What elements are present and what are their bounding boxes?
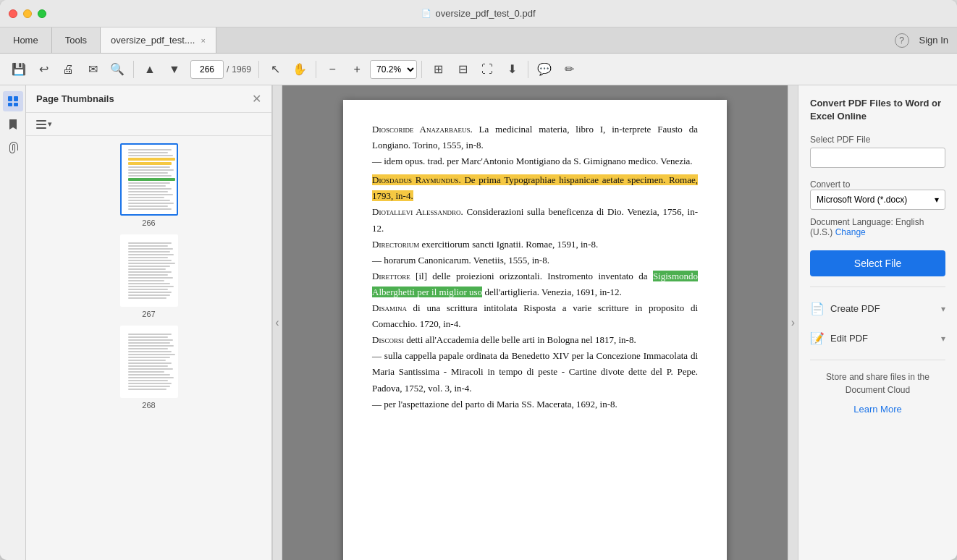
titlebar: 📄 oversize_pdf_test_0.pdf: [0, 0, 957, 27]
tab-home[interactable]: Home: [0, 27, 52, 53]
right-divider-1: [810, 287, 945, 287]
close-button[interactable]: [9, 9, 17, 18]
sidebar-menu-button[interactable]: ▾: [33, 118, 55, 130]
tabbar-right: ? Sign In: [886, 27, 957, 53]
toolbar-separator-4: [421, 61, 422, 78]
doc-language-section: Document Language: English (U.S.) Change: [810, 217, 945, 237]
thumbnail-item-267[interactable]: 267: [120, 234, 178, 318]
window-title: 📄 oversize_pdf_test_0.pdf: [421, 8, 535, 19]
sidebar-title: Page Thumbnails: [36, 93, 114, 104]
thumbnail-num-266: 266: [142, 219, 155, 227]
thumbnail-num-268: 268: [142, 401, 155, 410]
undo-button[interactable]: ↩: [32, 58, 55, 81]
svg-rect-4: [36, 120, 46, 122]
sidebar-collapse-handle[interactable]: ‹: [272, 85, 282, 560]
tab-tools[interactable]: Tools: [52, 27, 101, 53]
page-number-input[interactable]: [190, 60, 224, 79]
hand-tool-button[interactable]: ✋: [288, 58, 311, 81]
zoom-out-button[interactable]: −: [321, 58, 344, 81]
pdf-viewer[interactable]: Dioscoride Anazarbaeus. La medicinal mat…: [282, 85, 788, 560]
thumbnail-item-268[interactable]: 268: [120, 326, 178, 410]
sign-in-button[interactable]: Sign In: [919, 35, 948, 46]
sidebar-header: Page Thumbnails ✕: [26, 85, 271, 113]
convert-to-select[interactable]: Microsoft Word (*.docx) ▾: [810, 190, 945, 210]
fullscreen-button[interactable]: ⛶: [476, 58, 499, 81]
chevron-down-icon: ▾: [935, 195, 939, 205]
cursor-tool-button[interactable]: ↖: [264, 58, 287, 81]
svg-rect-3: [14, 103, 18, 106]
pdf-file-icon: 📄: [421, 9, 431, 18]
thumbnails-icon[interactable]: [3, 91, 23, 111]
thumbnail-frame-266: [120, 143, 178, 216]
tab-file[interactable]: oversize_pdf_test.... ×: [101, 27, 216, 53]
thumbnail-num-267: 267: [142, 310, 155, 318]
download-button[interactable]: ⬇: [500, 58, 523, 81]
zoom-in-button[interactable]: +: [345, 58, 368, 81]
comment-button[interactable]: 💬: [533, 58, 556, 81]
attachments-icon[interactable]: [3, 137, 23, 158]
thumbnail-frame-268: [120, 326, 178, 398]
edit-pdf-icon: 📝: [810, 331, 825, 345]
select-pdf-label: Select PDF File: [810, 135, 945, 145]
svg-rect-2: [8, 103, 12, 106]
close-tab-icon[interactable]: ×: [201, 36, 205, 45]
svg-rect-1: [14, 96, 18, 101]
select-pdf-section: Select PDF File: [810, 130, 945, 168]
cloud-storage-text: Store and share files in the Document Cl…: [810, 370, 945, 396]
pdf-text-content: Dioscoride Anazarbaeus. La medicinal mat…: [372, 122, 698, 412]
page-total: 1969: [232, 64, 251, 75]
search-button[interactable]: 🔍: [106, 58, 129, 81]
print-button[interactable]: 🖨: [56, 58, 80, 81]
select-pdf-input[interactable]: [810, 148, 945, 168]
sidebar-toolbar: ▾: [26, 113, 271, 136]
change-language-link[interactable]: Change: [835, 227, 866, 237]
right-panel: Convert PDF Files to Word or Excel Onlin…: [798, 85, 957, 560]
sidebar-close-button[interactable]: ✕: [252, 92, 261, 106]
edit-pdf-row[interactable]: 📝 Edit PDF ▾: [810, 327, 945, 349]
edit-pdf-chevron-icon: ▾: [941, 334, 945, 344]
page-input-group: / 1969: [190, 60, 251, 79]
toolbar: 💾 ↩ 🖨 ✉ 🔍 ▲ ▼ / 1969 ↖ ✋ − + 70.2% 50% 1…: [0, 54, 957, 85]
left-icon-strip: [0, 85, 26, 560]
zoom-select[interactable]: 70.2% 50% 100% 150%: [370, 60, 417, 79]
doc-language-label: Document Language:: [810, 217, 893, 227]
svg-rect-5: [36, 124, 46, 125]
right-divider-2: [810, 360, 945, 360]
prev-page-button[interactable]: ▲: [138, 58, 161, 81]
edit-pdf-label: Edit PDF: [830, 333, 868, 344]
toolbar-separator-1: [133, 61, 134, 78]
learn-more-link[interactable]: Learn More: [810, 404, 945, 415]
maximize-button[interactable]: [38, 9, 46, 18]
bookmarks-icon[interactable]: [3, 114, 23, 135]
convert-to-section: Convert to Microsoft Word (*.docx) ▾: [810, 175, 945, 210]
thumbnail-frame-267: [120, 234, 178, 307]
email-button[interactable]: ✉: [81, 58, 104, 81]
save-button[interactable]: 💾: [7, 58, 30, 81]
main-content: Page Thumbnails ✕ ▾: [0, 85, 957, 560]
pen-button[interactable]: ✏: [557, 58, 581, 81]
pdf-page: Dioscoride Anazarbaeus. La medicinal mat…: [343, 100, 727, 560]
next-page-button[interactable]: ▼: [163, 58, 186, 81]
sidebar: Page Thumbnails ✕ ▾: [26, 85, 272, 560]
fit-page-button[interactable]: ⊞: [426, 58, 450, 81]
create-pdf-chevron-icon: ▾: [941, 304, 945, 314]
select-file-button[interactable]: Select File: [810, 250, 945, 276]
page-separator: /: [227, 64, 229, 75]
right-panel-collapse-handle[interactable]: ›: [788, 85, 798, 560]
toolbar-separator-3: [316, 61, 316, 78]
convert-panel-title: Convert PDF Files to Word or Excel Onlin…: [810, 97, 945, 123]
create-pdf-icon: 📄: [810, 302, 825, 315]
thumbnail-list: 266: [26, 136, 271, 560]
minimize-button[interactable]: [23, 9, 32, 18]
svg-rect-6: [36, 127, 46, 129]
fit-width-button[interactable]: ⊟: [451, 58, 474, 81]
toolbar-separator-5: [528, 61, 528, 78]
tabbar: Home Tools oversize_pdf_test.... × ? Sig…: [0, 27, 957, 54]
create-pdf-label: Create PDF: [830, 303, 880, 314]
create-pdf-row[interactable]: 📄 Create PDF ▾: [810, 297, 945, 320]
thumbnail-item-266[interactable]: 266: [120, 143, 178, 227]
svg-rect-0: [8, 96, 12, 101]
traffic-lights: [9, 9, 46, 18]
convert-to-label: Convert to: [810, 179, 945, 190]
help-button[interactable]: ?: [895, 33, 909, 48]
